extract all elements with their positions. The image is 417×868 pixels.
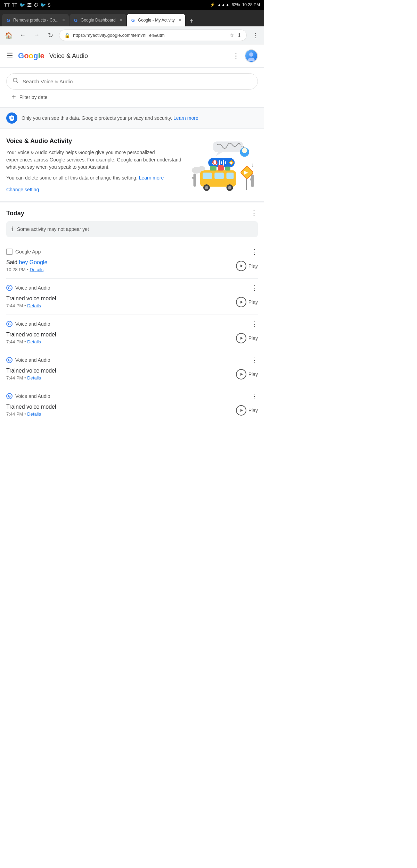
details-link[interactable]: Details bbox=[27, 411, 41, 417]
activity-time: 7:44 PM • Details bbox=[6, 339, 236, 344]
play-button[interactable]: Play bbox=[236, 369, 258, 379]
download-icon[interactable]: ⬇ bbox=[237, 32, 242, 39]
app-label: Voice and Audio bbox=[15, 357, 50, 363]
svg-rect-7 bbox=[213, 142, 243, 152]
status-icons-left: TT TT 🐦 🖼 ⏱ 🐦 $ bbox=[4, 2, 50, 8]
activity-item-header: G Voice and Audio ⋮ bbox=[6, 356, 258, 364]
svg-rect-38 bbox=[250, 178, 254, 181]
twitter-icon: 🐦 bbox=[19, 2, 25, 8]
change-setting-link[interactable]: Change setting bbox=[6, 187, 39, 192]
hamburger-menu-button[interactable]: ☰ bbox=[6, 51, 13, 60]
item-more-button[interactable]: ⋮ bbox=[251, 248, 258, 256]
activity-time: 7:44 PM • Details bbox=[6, 375, 236, 381]
play-circle-icon bbox=[236, 405, 246, 416]
nav-refresh-button[interactable]: ↻ bbox=[45, 30, 56, 41]
trained-voice-text: Trained voice model bbox=[6, 332, 236, 338]
url-bar[interactable]: 🔒 https://myactivity.google.com/item?hl=… bbox=[59, 30, 247, 41]
activity-item-header: G Voice and Audio ⋮ bbox=[6, 284, 258, 292]
app-label: Google App bbox=[15, 249, 41, 254]
privacy-learn-more-link[interactable]: Learn more bbox=[173, 115, 198, 121]
svg-rect-18 bbox=[225, 161, 226, 164]
activity-time: 7:44 PM • Details bbox=[6, 303, 236, 308]
bookmark-icon[interactable]: ☆ bbox=[229, 32, 234, 39]
ssl-lock-icon: 🔒 bbox=[64, 33, 70, 38]
search-input[interactable] bbox=[23, 78, 252, 84]
address-bar: 🏠 ← → ↻ 🔒 https://myactivity.google.com/… bbox=[0, 26, 264, 44]
voice-audio-section: Voice & Audio Activity Your Voice & Audi… bbox=[0, 129, 264, 202]
bluetooth-icon: ⚡ bbox=[210, 2, 215, 7]
svg-marker-43 bbox=[240, 265, 243, 267]
item-more-button[interactable]: ⋮ bbox=[251, 356, 258, 364]
notice-text: Some activity may not appear yet bbox=[17, 226, 89, 232]
voice-audio-title: Voice & Audio Activity bbox=[6, 137, 181, 145]
activity-checkbox[interactable] bbox=[6, 249, 13, 255]
activity-item: G Voice and Audio ⋮ Trained voice model … bbox=[6, 279, 258, 315]
activity-main-left: Said hey Google 10:28 PM • Details bbox=[6, 259, 236, 272]
voice-audio-desc1: Your Voice & Audio Activity helps Google… bbox=[6, 149, 181, 171]
tab-label-1: Remove products - Co... bbox=[13, 18, 58, 23]
new-tab-button[interactable]: + bbox=[186, 15, 197, 26]
google-icon: G bbox=[6, 285, 13, 291]
svg-rect-23 bbox=[214, 173, 224, 179]
voice-audio-illustration: ? ▶ bbox=[188, 137, 258, 193]
tiktok-icon: TT bbox=[4, 2, 10, 8]
header-more-button[interactable]: ⋮ bbox=[232, 51, 240, 60]
play-button[interactable]: Play bbox=[236, 333, 258, 343]
header-left: ☰ Google Voice & Audio bbox=[6, 51, 88, 60]
play-circle-icon bbox=[236, 369, 246, 379]
nav-back-button[interactable]: ← bbox=[17, 30, 28, 41]
svg-point-28 bbox=[228, 186, 231, 190]
play-button[interactable]: Play bbox=[236, 261, 258, 271]
svg-rect-37 bbox=[251, 175, 254, 187]
status-indicators: ⚡ ▲▲▲ 62% 10:28 PM bbox=[210, 2, 260, 7]
activity-main-left: Trained voice model 7:44 PM • Details bbox=[6, 295, 236, 308]
item-more-button[interactable]: ⋮ bbox=[251, 284, 258, 292]
svg-point-0 bbox=[249, 52, 253, 57]
activity-item: G Voice and Audio ⋮ Trained voice model … bbox=[6, 351, 258, 387]
battery-level: 62% bbox=[232, 2, 240, 7]
user-avatar[interactable] bbox=[245, 49, 258, 62]
dollar-icon: $ bbox=[48, 2, 50, 8]
details-link[interactable]: Details bbox=[27, 375, 41, 381]
details-link[interactable]: Details bbox=[27, 339, 41, 344]
photo-icon: 🖼 bbox=[27, 2, 32, 8]
filter-plus-icon: + bbox=[12, 93, 16, 101]
activity-main-left: Trained voice model 7:44 PM • Details bbox=[6, 332, 236, 344]
details-link[interactable]: Details bbox=[27, 303, 41, 308]
app-row: Google App bbox=[6, 249, 41, 255]
svg-point-6 bbox=[11, 117, 12, 118]
svg-marker-45 bbox=[240, 337, 243, 340]
play-button[interactable]: Play bbox=[236, 405, 258, 416]
search-box[interactable] bbox=[6, 73, 258, 90]
nav-home-button[interactable]: 🏠 bbox=[3, 30, 14, 41]
tab-close-1[interactable]: ✕ bbox=[62, 18, 65, 23]
clock-icon: ⏱ bbox=[34, 2, 38, 8]
filter-by-date-button[interactable]: + Filter by date bbox=[6, 90, 258, 105]
voice-audio-text: Voice & Audio Activity Your Voice & Audi… bbox=[6, 137, 181, 193]
tab-remove-products[interactable]: G Remove products - Co... ✕ bbox=[2, 14, 69, 26]
tab-close-3[interactable]: ✕ bbox=[178, 18, 182, 23]
svg-marker-47 bbox=[240, 409, 243, 412]
hey-google-text: hey Google bbox=[19, 259, 47, 265]
today-menu-button[interactable]: ⋮ bbox=[250, 209, 258, 218]
voice-learn-more-link2[interactable]: Learn more bbox=[139, 175, 164, 181]
app-row: G Voice and Audio bbox=[6, 393, 50, 399]
svg-text:↓: ↓ bbox=[193, 180, 196, 186]
browser-menu-button[interactable]: ⋮ bbox=[250, 30, 261, 41]
tab-close-2[interactable]: ✕ bbox=[119, 18, 123, 23]
item-more-button[interactable]: ⋮ bbox=[251, 320, 258, 328]
details-link[interactable]: Details bbox=[30, 267, 43, 272]
info-icon: ℹ bbox=[11, 225, 14, 233]
tab-favicon-2: G bbox=[73, 17, 79, 23]
svg-rect-30 bbox=[218, 165, 224, 170]
play-button[interactable]: Play bbox=[236, 297, 258, 307]
play-circle-icon bbox=[236, 297, 246, 307]
filter-label: Filter by date bbox=[19, 94, 48, 100]
tab-google-dashboard[interactable]: G Google Dashboard ✕ bbox=[70, 14, 126, 26]
item-more-button[interactable]: ⋮ bbox=[251, 392, 258, 400]
tab-favicon-3: G bbox=[130, 17, 136, 23]
play-circle-icon bbox=[236, 333, 246, 343]
activity-time: 10:28 PM • Details bbox=[6, 267, 236, 272]
tab-my-activity[interactable]: G Google - My Activity ✕ bbox=[127, 14, 185, 26]
svg-text:▶: ▶ bbox=[230, 161, 233, 165]
